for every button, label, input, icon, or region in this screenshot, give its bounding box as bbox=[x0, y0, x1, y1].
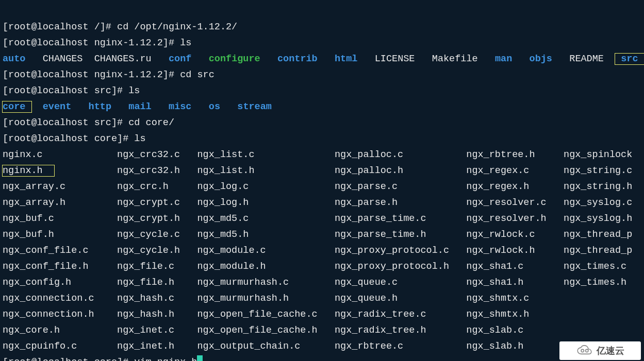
file-entry: ngx_parse_time.c bbox=[335, 213, 426, 224]
file-entry: ngx_slab.c bbox=[466, 325, 523, 336]
command-current[interactable]: vim nginx.h bbox=[134, 357, 197, 361]
prompt: [root@localhost core]# bbox=[3, 133, 134, 144]
file-entry: ngx_inet.c bbox=[117, 325, 174, 336]
file-entry: ngx_list.c bbox=[197, 149, 254, 160]
file-entry: ngx_regex.c bbox=[466, 165, 529, 176]
command: ls bbox=[134, 133, 145, 144]
dir-entry: stream bbox=[237, 101, 272, 112]
file-entry: ngx_radix_tree.h bbox=[335, 325, 426, 336]
file-entry: ngx_regex.h bbox=[466, 181, 529, 192]
file-entry: ngx_radix_tree.c bbox=[335, 309, 426, 320]
dir-entry: http bbox=[89, 101, 111, 112]
svg-point-0 bbox=[581, 349, 584, 352]
prompt: [root@localhost src]# bbox=[3, 117, 128, 128]
file-entry: ngx_buf.h bbox=[3, 229, 54, 240]
file-entry: ngx_crc32.h bbox=[117, 165, 180, 176]
file-entry: ngx_palloc.h bbox=[335, 165, 403, 176]
file-entry-highlighted: nginx.h bbox=[3, 165, 54, 176]
command: ls bbox=[128, 85, 140, 96]
file-entry: ngx_sha1.c bbox=[466, 261, 523, 272]
prompt: [root@localhost nginx-1.12.2]# bbox=[3, 70, 180, 80]
dir-entry: misc bbox=[169, 101, 191, 112]
file-entry: ngx_parse.h bbox=[335, 197, 398, 208]
file-entry: ngx_string.h bbox=[564, 181, 632, 192]
file-entry: ngx_output_chain.c bbox=[197, 341, 301, 352]
file-entry: ngx_module.h bbox=[197, 261, 266, 272]
cursor-icon bbox=[197, 355, 203, 361]
file-entry: ngx_cycle.c bbox=[117, 229, 180, 240]
file-entry: ngx_file.c bbox=[117, 261, 174, 272]
file-entry: ngx_times.c bbox=[564, 261, 626, 272]
file-entry: ngx_rwlock.c bbox=[466, 229, 535, 240]
file-entry: ngx_md5.h bbox=[197, 229, 249, 240]
file-entry: ngx_shmtx.h bbox=[466, 309, 529, 320]
file-entry: ngx_parse_time.h bbox=[335, 229, 426, 240]
file-entry: ngx_rbtree.c bbox=[335, 341, 403, 352]
file-entry: ngx_connection.c bbox=[3, 293, 94, 304]
file-entry: Makefile bbox=[432, 54, 478, 64]
file-entry: ngx_crc.h bbox=[117, 181, 169, 192]
dir-entry: conf bbox=[169, 54, 191, 64]
dir-entry: os bbox=[209, 101, 220, 112]
file-entry: ngx_queue.c bbox=[335, 277, 398, 288]
watermark-text: 亿速云 bbox=[597, 343, 624, 359]
file-entry: ngx_log.c bbox=[197, 181, 249, 192]
terminal-output[interactable]: [root@localhost /]# cd /opt/nginx-1.12.2… bbox=[3, 3, 644, 361]
file-entry: ngx_crypt.h bbox=[117, 213, 180, 224]
file-entry: ngx_inet.h bbox=[117, 341, 174, 352]
file-entry: ngx_murmurhash.h bbox=[197, 293, 289, 304]
file-entry: ngx_array.h bbox=[3, 197, 65, 208]
command: ls bbox=[180, 38, 191, 48]
file-entry: ngx_hash.c bbox=[117, 293, 174, 304]
prompt: [root@localhost core]# bbox=[3, 357, 134, 361]
file-entry: LICENSE bbox=[375, 54, 415, 64]
file-entry: ngx_murmurhash.c bbox=[197, 277, 289, 288]
file-entry: CHANGES.ru bbox=[94, 54, 152, 64]
file-entry: ngx_md5.c bbox=[197, 213, 249, 224]
file-entry: ngx_times.h bbox=[564, 277, 626, 288]
dir-entry: objs bbox=[530, 54, 552, 64]
file-entry: ngx_syslog.c bbox=[564, 197, 632, 208]
cloud-icon bbox=[576, 345, 593, 356]
file-entry: ngx_open_file_cache.c bbox=[197, 309, 318, 320]
file-entry: ngx_parse.c bbox=[335, 181, 398, 192]
file-entry: CHANGES bbox=[43, 54, 83, 64]
file-entry: ngx_array.c bbox=[3, 181, 65, 192]
command: cd core/ bbox=[128, 117, 174, 128]
file-entry: ngx_core.h bbox=[3, 325, 60, 336]
file-entry: ngx_buf.c bbox=[3, 213, 54, 224]
file-entry: nginx.c bbox=[3, 149, 43, 160]
file-entry: ngx_module.c bbox=[197, 245, 266, 256]
dir-entry: auto bbox=[3, 54, 25, 64]
file-entry: ngx_list.h bbox=[197, 165, 255, 176]
file-entry: ngx_conf_file.h bbox=[3, 261, 89, 272]
file-entry: ngx_config.h bbox=[3, 277, 71, 288]
file-entry: ngx_log.h bbox=[197, 197, 249, 208]
file-entry: README bbox=[569, 54, 604, 64]
file-entry: ngx_resolver.c bbox=[466, 197, 546, 208]
file-entry: ngx_sha1.h bbox=[466, 277, 523, 288]
file-entry: ngx_file.h bbox=[117, 277, 174, 288]
command: cd src bbox=[180, 70, 214, 80]
file-entry: ngx_cycle.h bbox=[117, 245, 180, 256]
file-entry: ngx_proxy_protocol.h bbox=[335, 261, 449, 272]
file-entry: ngx_crypt.c bbox=[117, 197, 180, 208]
file-entry: ngx_crc32.c bbox=[117, 149, 180, 160]
file-entry: ngx_resolver.h bbox=[466, 213, 546, 224]
dir-entry-highlighted: src bbox=[615, 54, 644, 64]
file-entry: ngx_proxy_protocol.c bbox=[335, 245, 449, 256]
file-entry: ngx_string.c bbox=[564, 165, 632, 176]
file-entry: ngx_palloc.c bbox=[335, 149, 403, 160]
file-entry: ngx_thread_p bbox=[564, 229, 632, 240]
file-entry: ngx_connection.h bbox=[3, 309, 94, 320]
file-entry: ngx_thread_p bbox=[564, 245, 632, 256]
prompt: [root@localhost /]# bbox=[3, 22, 117, 32]
exe-entry: configure bbox=[209, 54, 260, 64]
file-entry: ngx_hash.h bbox=[117, 309, 174, 320]
file-entry: ngx_shmtx.c bbox=[466, 293, 529, 304]
svg-point-1 bbox=[586, 349, 588, 352]
dir-entry: contrib bbox=[277, 54, 318, 64]
dir-entry: event bbox=[43, 101, 72, 112]
prompt: [root@localhost src]# bbox=[3, 85, 128, 96]
file-entry: ngx_rwlock.h bbox=[466, 245, 535, 256]
